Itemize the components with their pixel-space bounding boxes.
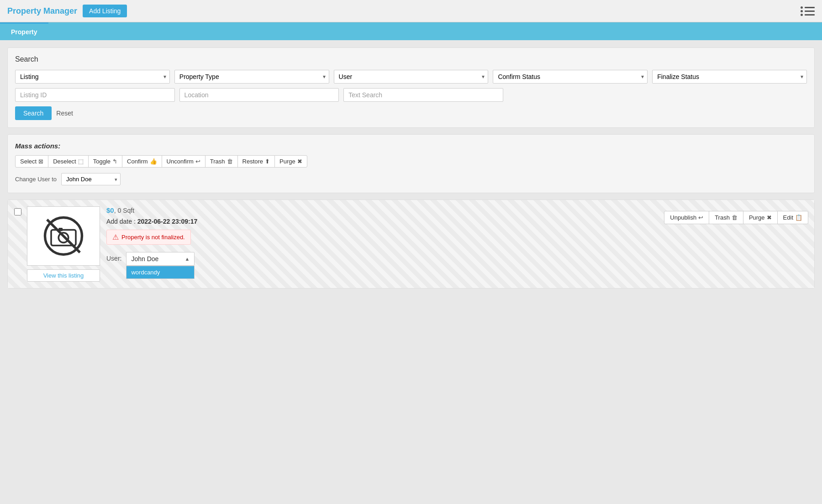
confirm-status-select-wrapper: Confirm Status xyxy=(493,70,648,84)
no-photo-box xyxy=(27,206,100,266)
location-input[interactable] xyxy=(179,88,339,102)
search-buttons: Search Reset xyxy=(15,106,807,120)
unconfirm-label: Unconfirm xyxy=(167,158,194,165)
listing-card: View this listing $0, 0 Sqft Add date : … xyxy=(8,200,814,288)
listing-edit-label: Edit xyxy=(783,214,793,221)
camera-icon xyxy=(43,215,84,257)
app-title: Property Manager xyxy=(7,6,77,16)
purge-icon: ✖ xyxy=(297,158,302,165)
search-button[interactable]: Search xyxy=(15,106,52,120)
view-listing-button[interactable]: View this listing xyxy=(27,269,100,282)
listing-area: View this listing $0, 0 Sqft Add date : … xyxy=(7,200,815,289)
select-button[interactable]: Select ⊠ xyxy=(15,155,48,168)
deselect-label: Deselect xyxy=(53,158,76,165)
reset-button[interactable]: Reset xyxy=(56,110,73,117)
toggle-button[interactable]: Toggle ↰ xyxy=(88,155,122,168)
user-dropdown-container: John Doe ▲ wordcandy xyxy=(126,252,195,266)
listing-image-area: View this listing xyxy=(27,206,100,282)
listing-purge-label: Purge xyxy=(749,214,765,221)
listing-details: $0, 0 Sqft Add date : 2022-06-22 23:09:1… xyxy=(100,206,664,266)
change-user-label: Change User to xyxy=(15,176,57,183)
confirm-status-select[interactable]: Confirm Status xyxy=(493,70,648,84)
listing-date: Add date : 2022-06-22 23:09:17 xyxy=(106,218,658,225)
finalize-status-select-wrapper: Finalize Status xyxy=(652,70,807,84)
header: Property Manager Add Listing xyxy=(0,0,822,22)
add-listing-button[interactable]: Add Listing xyxy=(83,5,127,17)
search-panel: Search Listing Property Type User Confir… xyxy=(7,47,815,128)
unpublish-icon: ↩ xyxy=(698,214,703,221)
user-dropdown-button[interactable]: John Doe ▲ xyxy=(126,252,195,266)
listing-trash-button[interactable]: Trash 🗑 xyxy=(709,211,743,224)
unpublish-button[interactable]: Unpublish ↩ xyxy=(664,211,709,224)
unpublish-label: Unpublish xyxy=(670,214,696,221)
confirm-icon: 👍 xyxy=(150,158,157,165)
add-date-label: Add date : xyxy=(106,218,136,225)
warning-triangle-icon: ⚠ xyxy=(112,233,119,242)
tab-bar: Property xyxy=(0,22,822,40)
user-label: User: xyxy=(106,252,121,262)
change-user-select[interactable]: John Doe wordcandy xyxy=(61,173,121,185)
trash-button[interactable]: Trash 🗑 xyxy=(205,155,238,168)
confirm-label: Confirm xyxy=(127,158,148,165)
listing-action-buttons: Unpublish ↩ Trash 🗑 Purge ✖ Edit 📋 xyxy=(664,211,808,224)
menu-icon[interactable] xyxy=(801,6,815,16)
property-type-select-wrapper: Property Type xyxy=(174,70,329,84)
unconfirm-icon: ↩ xyxy=(195,158,200,165)
listing-sqft: , 0 Sqft xyxy=(114,207,134,214)
listing-edit-button[interactable]: Edit 📋 xyxy=(777,211,808,224)
listing-trash-label: Trash xyxy=(715,214,730,221)
listing-edit-icon: 📋 xyxy=(795,214,802,221)
mass-actions-panel: Mass actions: Select ⊠ Deselect ⬚ Toggle… xyxy=(7,134,815,193)
deselect-button[interactable]: Deselect ⬚ xyxy=(48,155,89,168)
listing-user-row: User: John Doe ▲ wordcandy xyxy=(106,252,658,266)
listing-price: $0 xyxy=(106,206,114,214)
restore-icon: ⬆ xyxy=(265,158,270,165)
listing-checkbox[interactable] xyxy=(14,208,21,215)
text-search-input[interactable] xyxy=(343,88,503,102)
user-dropdown-menu: wordcandy xyxy=(126,266,195,279)
listing-warning: ⚠ Property is not finalized. xyxy=(106,230,191,245)
user-select[interactable]: User xyxy=(334,70,489,84)
restore-button[interactable]: Restore ⬆ xyxy=(237,155,275,168)
warning-text: Property is not finalized. xyxy=(121,234,185,241)
mass-actions-row: Select ⊠ Deselect ⬚ Toggle ↰ Confirm 👍 U… xyxy=(15,155,807,168)
toggle-label: Toggle xyxy=(93,158,111,165)
trash-icon: 🗑 xyxy=(227,158,233,165)
listing-select[interactable]: Listing xyxy=(15,70,170,84)
deselect-icon: ⬚ xyxy=(78,158,84,165)
search-inputs-row xyxy=(15,88,807,102)
user-dropdown-value: John Doe xyxy=(131,255,158,262)
listing-right: Unpublish ↩ Trash 🗑 Purge ✖ Edit 📋 xyxy=(664,206,808,224)
select-icon: ⊠ xyxy=(38,158,43,165)
listing-purge-icon: ✖ xyxy=(767,214,772,221)
tab-property[interactable]: Property xyxy=(0,22,48,40)
user-dropdown-option-wordcandy[interactable]: wordcandy xyxy=(126,266,194,278)
header-left: Property Manager Add Listing xyxy=(7,5,127,17)
user-select-wrapper: User xyxy=(334,70,489,84)
change-user-select-wrapper: John Doe wordcandy xyxy=(61,173,121,185)
main-content: Search Listing Property Type User Confir… xyxy=(0,40,822,296)
unconfirm-button[interactable]: Unconfirm ↩ xyxy=(162,155,206,168)
listing-trash-icon: 🗑 xyxy=(732,214,738,221)
no-photo-icon xyxy=(43,215,84,257)
user-dropdown-caret-icon: ▲ xyxy=(185,256,190,262)
change-user-row: Change User to John Doe wordcandy xyxy=(15,173,807,185)
restore-label: Restore xyxy=(242,158,263,165)
select-label: Select xyxy=(20,158,37,165)
search-title: Search xyxy=(15,55,807,63)
listing-select-wrapper: Listing xyxy=(15,70,170,84)
listing-id-input[interactable] xyxy=(15,88,175,102)
add-date-value: 2022-06-22 23:09:17 xyxy=(137,218,198,225)
purge-label: Purge xyxy=(279,158,295,165)
search-dropdowns-row: Listing Property Type User Confirm Statu… xyxy=(15,70,807,84)
finalize-status-select[interactable]: Finalize Status xyxy=(652,70,807,84)
purge-button[interactable]: Purge ✖ xyxy=(274,155,307,168)
toggle-icon: ↰ xyxy=(112,158,117,165)
confirm-button[interactable]: Confirm 👍 xyxy=(122,155,162,168)
property-type-select[interactable]: Property Type xyxy=(174,70,329,84)
listing-purge-button[interactable]: Purge ✖ xyxy=(743,211,778,224)
mass-actions-title: Mass actions: xyxy=(15,142,807,150)
listing-price-row: $0, 0 Sqft xyxy=(106,206,658,214)
trash-label: Trash xyxy=(210,158,225,165)
